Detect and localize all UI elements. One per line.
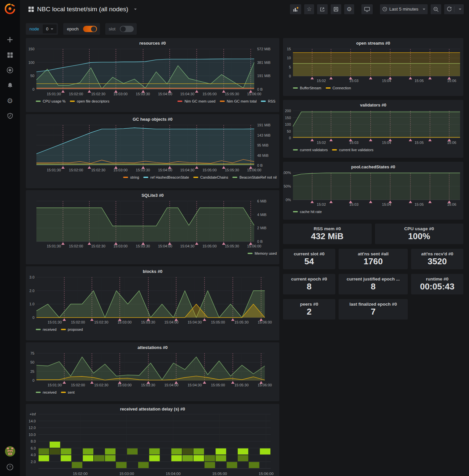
legend-item[interactable]: received bbox=[36, 390, 57, 394]
blocks-chart[interactable]: 01.02.03.015:01:3015:02:0015:02:3015:03:… bbox=[26, 275, 279, 327]
legend-item[interactable]: ref HashedBeaconState bbox=[143, 175, 189, 179]
blocks-legend: receivedproposed bbox=[26, 327, 279, 333]
dashboard-settings-button[interactable]: ⚙ bbox=[344, 4, 354, 14]
stat-attns-sent[interactable]: att'ns sent #all 1760 bbox=[339, 249, 408, 269]
zoom-out-button[interactable] bbox=[431, 4, 441, 14]
stat-current-epoch[interactable]: current epoch #0 8 bbox=[283, 274, 335, 294]
svg-text:10: 10 bbox=[287, 56, 291, 60]
svg-text:15:02:00: 15:02:00 bbox=[71, 320, 85, 324]
node-value-dropdown[interactable]: 0 bbox=[43, 24, 57, 33]
svg-text:572 MiB: 572 MiB bbox=[257, 47, 270, 51]
stat-value: 2 bbox=[307, 307, 311, 317]
dashboards-icon[interactable] bbox=[6, 51, 14, 59]
panel-title[interactable]: blocks #0 bbox=[26, 266, 279, 275]
legend-item[interactable]: current live validators bbox=[332, 148, 373, 152]
svg-text:200: 200 bbox=[285, 109, 291, 113]
explore-compass-icon[interactable] bbox=[6, 66, 14, 74]
dashboard-title-button[interactable]: NBC local testnet/sim (all nodes) bbox=[28, 6, 137, 13]
legend-item[interactable]: current validators bbox=[293, 148, 328, 152]
stat-current-slot[interactable]: current slot #0 54 bbox=[283, 249, 335, 269]
open-streams-chart[interactable]: 05101515:0215:0315:0415:0515:06 bbox=[283, 46, 463, 85]
legend-item[interactable]: CPU usage % bbox=[36, 99, 66, 103]
legend-item[interactable]: proposed bbox=[61, 327, 83, 331]
legend-item[interactable]: CandidateChains bbox=[193, 175, 228, 179]
slot-toggle-control: slot bbox=[105, 23, 137, 35]
legend-item[interactable]: BufferStream bbox=[293, 86, 321, 90]
panel-title[interactable]: received attestation delay (s) #0 bbox=[26, 404, 279, 412]
sqlite3-chart[interactable]: 0 B2 MiB4 MiB6 MiB15:01:3015:02:0015:02:… bbox=[26, 198, 279, 251]
panel-title[interactable]: open streams #0 bbox=[283, 38, 463, 46]
resources-chart[interactable]: 00 B50191 MiB100381 MiB150572 MiB15:01:3… bbox=[26, 46, 279, 99]
svg-text:15:04:30: 15:04:30 bbox=[180, 92, 195, 96]
legend-color-swatch bbox=[123, 177, 128, 178]
save-dashboard-button[interactable] bbox=[331, 4, 341, 14]
panel-title[interactable]: pool.cachedStates #0 bbox=[283, 162, 463, 170]
create-plus-icon[interactable] bbox=[6, 36, 14, 43]
user-avatar[interactable] bbox=[5, 446, 16, 458]
svg-text:10.0: 10.0 bbox=[29, 433, 36, 437]
server-admin-shield-icon[interactable] bbox=[6, 112, 14, 119]
svg-text:15:02:30: 15:02:30 bbox=[91, 92, 105, 96]
refresh-button[interactable] bbox=[444, 4, 464, 14]
grafana-logo[interactable] bbox=[4, 3, 16, 16]
time-range-picker[interactable]: Last 5 minutes bbox=[380, 4, 428, 14]
legend-item[interactable]: Connection bbox=[326, 86, 351, 90]
cycle-view-mode-button[interactable] bbox=[361, 4, 373, 14]
add-panel-button[interactable] bbox=[290, 4, 301, 14]
panel-resources: resources #0 00 B50191 MiB100381 MiB1505… bbox=[26, 38, 279, 112]
legend-item[interactable]: cache hit rate bbox=[293, 210, 322, 214]
svg-text:150: 150 bbox=[285, 116, 291, 120]
configuration-gear-icon[interactable]: ⚙ bbox=[6, 97, 14, 104]
gc-heap-chart[interactable]: 0 B48 MiB95 MiB143 MiB191 MiB15:01:3015:… bbox=[26, 122, 279, 175]
stat-peers[interactable]: peers #0 2 bbox=[283, 299, 335, 320]
legend-item[interactable]: received bbox=[36, 327, 57, 331]
stat-value: 7 bbox=[371, 307, 375, 317]
svg-text:0%: 0% bbox=[286, 198, 291, 202]
validators-chart[interactable]: 05010015020015:0215:0315:0415:0515:06 bbox=[283, 108, 463, 147]
slot-toggle[interactable] bbox=[120, 26, 134, 32]
panel-title[interactable]: resources #0 bbox=[26, 38, 279, 46]
stat-rss-mem[interactable]: RSS mem #0 432 MiB bbox=[283, 224, 372, 244]
panel-title[interactable]: attestations #0 bbox=[26, 342, 279, 351]
legend-item[interactable]: string bbox=[123, 175, 139, 179]
legend-item[interactable]: RSS bbox=[261, 99, 275, 103]
svg-text:4.0: 4.0 bbox=[31, 453, 36, 457]
stat-current-justified-epoch[interactable]: current justified epoch ... 8 bbox=[339, 274, 408, 294]
panel-title[interactable]: GC heap objects #0 bbox=[26, 114, 279, 122]
share-dashboard-button[interactable] bbox=[317, 4, 328, 14]
legend-item[interactable]: Nim GC mem total bbox=[220, 99, 257, 103]
stat-cpu-usage[interactable]: CPU usage #0 100% bbox=[375, 224, 464, 244]
svg-text:6 MiB: 6 MiB bbox=[257, 199, 266, 203]
stat-value: 00:05:43 bbox=[420, 281, 454, 292]
svg-text:2 MiB: 2 MiB bbox=[257, 226, 266, 230]
attestation-delay-heatmap[interactable]: 2.04.06.08.010.012.014.0+Inf15:02:0015:0… bbox=[26, 412, 279, 476]
stat-runtime[interactable]: runtime #0 00:05:43 bbox=[411, 274, 463, 294]
legend-item[interactable]: open file descriptors bbox=[70, 99, 109, 103]
help-icon[interactable]: ? bbox=[6, 463, 14, 471]
svg-text:15:01:30: 15:01:30 bbox=[48, 320, 62, 324]
svg-text:15:01:30: 15:01:30 bbox=[47, 244, 61, 248]
legend-item[interactable]: sent bbox=[61, 390, 75, 394]
legend-color-swatch bbox=[293, 149, 298, 151]
legend-item[interactable]: Memory used bbox=[248, 251, 277, 255]
panel-title[interactable]: validators #0 bbox=[283, 100, 463, 108]
mark-favorite-star-button[interactable]: ☆ bbox=[304, 4, 314, 14]
svg-text:2.0: 2.0 bbox=[31, 460, 36, 464]
chevron-down-icon bbox=[134, 9, 137, 10]
stat-title: current justified epoch ... bbox=[347, 277, 400, 281]
legend-item[interactable]: BeaconStateRef not nil bbox=[232, 175, 277, 179]
pool-cached-states-chart[interactable]: 0%50%100%15:0215:0315:0415:0515:06 bbox=[283, 170, 463, 209]
svg-text:+Inf: +Inf bbox=[29, 412, 36, 416]
panel-title[interactable]: SQLite3 #0 bbox=[26, 190, 279, 198]
attestations-chart[interactable]: 025507515:01:3015:02:0015:02:3015:03:001… bbox=[26, 351, 279, 390]
stat-attns-recvd[interactable]: att'ns recv'd #0 3520 bbox=[411, 249, 463, 269]
stat-value: 1760 bbox=[364, 256, 383, 267]
legend-item[interactable]: Nim GC mem used bbox=[177, 99, 215, 103]
left-panel-column: resources #0 00 B50191 MiB100381 MiB1505… bbox=[26, 38, 279, 476]
svg-text:5: 5 bbox=[289, 65, 291, 69]
epoch-toggle[interactable] bbox=[83, 26, 97, 32]
stat-last-finalized-epoch[interactable]: last finalized epoch #0 7 bbox=[339, 299, 408, 320]
alerting-bell-icon[interactable] bbox=[6, 82, 14, 89]
svg-text:15:05: 15:05 bbox=[415, 202, 424, 206]
sidebar: ⚙ bbox=[0, 0, 20, 476]
